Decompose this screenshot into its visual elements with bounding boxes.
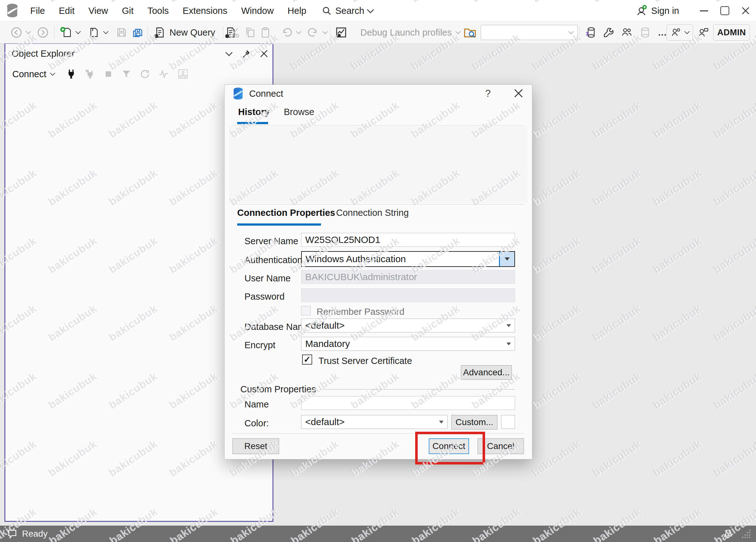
sign-in-person-icon: [635, 5, 647, 17]
connect-dropdown-button[interactable]: Connect: [12, 69, 54, 79]
new-query-icon[interactable]: [153, 26, 165, 38]
status-right: [723, 526, 751, 542]
menu-extensions[interactable]: Extensions: [176, 0, 234, 21]
menu-tools[interactable]: Tools: [140, 0, 176, 21]
tab-connection-properties[interactable]: Connection Properties: [237, 208, 335, 218]
redo-icon[interactable]: [307, 27, 319, 38]
chevron-down-icon[interactable]: [26, 29, 31, 34]
app-logo-icon: [6, 3, 19, 18]
chevron-down-icon[interactable]: [296, 29, 301, 34]
password-label: Password: [244, 292, 284, 302]
database-project-icon[interactable]: [585, 27, 596, 38]
cut-icon[interactable]: [229, 27, 240, 38]
watermark-text: bakicubuk: [711, 370, 756, 411]
menu-git[interactable]: Git: [115, 0, 140, 21]
minimize-button[interactable]: [694, 0, 714, 21]
tab-browse[interactable]: Browse: [284, 107, 314, 117]
custom-name-input[interactable]: [301, 396, 515, 410]
window-position-icon[interactable]: [226, 49, 233, 56]
refresh-icon[interactable]: [140, 69, 150, 79]
search-control[interactable]: Search: [322, 6, 373, 16]
menu-view[interactable]: View: [82, 0, 115, 21]
connect-plug-icon[interactable]: [66, 69, 77, 79]
resize-grip[interactable]: [742, 529, 751, 539]
sign-in-label: Sign in: [651, 6, 679, 16]
custom-color-button[interactable]: Custom...: [451, 415, 497, 430]
toolbar-overflow-button[interactable]: …: [658, 27, 667, 38]
status-ready-label: Ready: [22, 529, 48, 539]
chevron-down-icon[interactable]: [103, 29, 109, 34]
layout-selector-label: ADMIN: [717, 28, 746, 37]
advanced-button[interactable]: Advanced...: [461, 365, 512, 380]
user-presence-dropdown[interactable]: [667, 24, 693, 41]
watermark-text: bakicubuk: [590, 99, 644, 140]
feedback-bubble-icon[interactable]: [7, 528, 18, 539]
wrench-icon[interactable]: [603, 27, 614, 38]
menu-window[interactable]: Window: [234, 0, 281, 21]
notifications-bell-icon[interactable]: [723, 529, 733, 539]
navigate-back-icon[interactable]: [11, 27, 22, 38]
help-button[interactable]: ?: [481, 88, 495, 99]
debug-group: Debug Launch profiles: [335, 22, 460, 43]
chevron-down-icon[interactable]: [76, 29, 81, 34]
user-feedback-icon[interactable]: [697, 27, 709, 38]
remember-password-checkbox[interactable]: [301, 306, 311, 316]
diagram-icon[interactable]: [177, 68, 189, 80]
stop-icon[interactable]: [104, 69, 113, 79]
object-search-combobox[interactable]: [481, 25, 578, 40]
server-name-input[interactable]: [301, 233, 515, 247]
close-button[interactable]: [735, 0, 756, 21]
dropdown-arrow-icon: [505, 257, 510, 260]
authentication-dropdown-button[interactable]: [499, 252, 514, 266]
watermark-text: bakicubuk: [651, 370, 704, 411]
monitor-chart-icon[interactable]: [335, 26, 347, 38]
folder-search-icon[interactable]: [464, 26, 476, 39]
save-icon[interactable]: [116, 27, 127, 38]
menu-help[interactable]: Help: [281, 0, 313, 21]
encrypt-combobox[interactable]: Mandatory: [301, 337, 515, 351]
history-list[interactable]: [229, 126, 528, 203]
cancel-button-label: Cancel: [487, 441, 514, 451]
account-layout-group: ADMIN: [667, 22, 750, 43]
search-object-group: [464, 22, 578, 43]
paste-icon[interactable]: [260, 27, 272, 38]
close-panel-icon[interactable]: [260, 49, 268, 58]
advanced-button-label: Advanced...: [463, 368, 510, 378]
chevron-down-icon[interactable]: [455, 29, 461, 34]
new-query-file-icon[interactable]: [60, 26, 72, 38]
navigate-forward-icon[interactable]: [37, 27, 49, 38]
users-icon[interactable]: [621, 27, 633, 38]
database-name-combobox[interactable]: <default>: [301, 319, 515, 333]
watermark-text: bakicubuk: [590, 234, 644, 276]
chevron-down-icon[interactable]: [323, 29, 328, 34]
color-combobox[interactable]: <default>: [301, 415, 448, 429]
watermark-text: bakicubuk: [530, 438, 583, 479]
debug-launch-profiles-dropdown[interactable]: Debug Launch profiles: [360, 27, 452, 38]
pin-icon[interactable]: [241, 49, 250, 58]
layout-selector-button[interactable]: ADMIN: [713, 24, 750, 41]
new-query-button[interactable]: New Query: [169, 27, 215, 38]
database-disabled-icon[interactable]: [639, 27, 651, 38]
undo-icon[interactable]: [281, 27, 292, 38]
open-file-icon[interactable]: [88, 26, 100, 38]
watermark-text: bakicubuk: [590, 438, 644, 479]
trust-server-certificate-checkbox[interactable]: ✓: [302, 355, 312, 365]
search-icon: [322, 6, 332, 16]
tab-connection-string[interactable]: Connection String: [336, 208, 409, 218]
copy-icon[interactable]: [244, 27, 256, 38]
activity-monitor-icon[interactable]: [158, 69, 169, 79]
dialog-close-button[interactable]: [514, 88, 523, 98]
disconnect-plug-icon[interactable]: [85, 69, 95, 79]
authentication-combobox[interactable]: Windows Authentication: [301, 251, 515, 267]
menu-file[interactable]: File: [23, 0, 52, 21]
tab-history[interactable]: History: [238, 107, 270, 117]
menu-edit[interactable]: Edit: [52, 0, 82, 21]
maximize-button[interactable]: [714, 0, 735, 21]
sign-in-button[interactable]: Sign in: [635, 5, 679, 17]
filter-icon[interactable]: [121, 69, 131, 79]
reset-button[interactable]: Reset: [232, 438, 279, 454]
object-explorer-title: Object Explorer: [12, 48, 75, 59]
watermark-text: bakicubuk: [590, 167, 644, 208]
save-all-icon[interactable]: [132, 26, 144, 38]
users-presence-icon: [671, 27, 681, 38]
